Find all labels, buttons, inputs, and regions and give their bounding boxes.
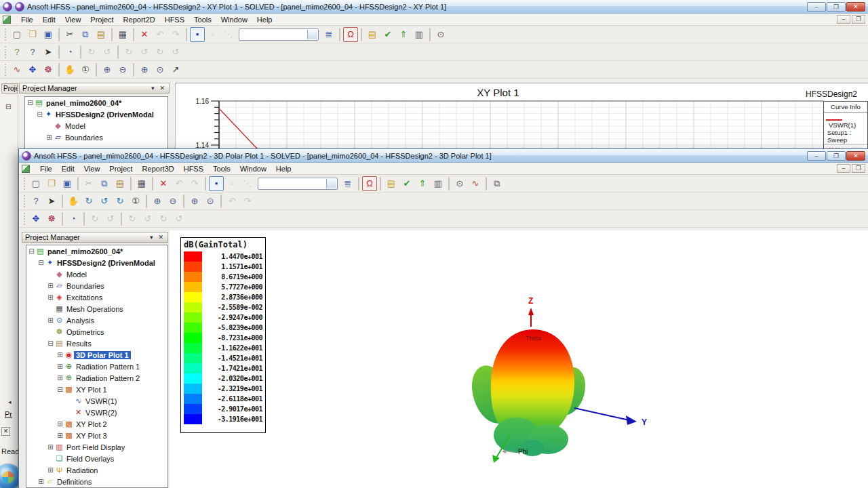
menu-item[interactable]: File (35, 163, 57, 174)
panel-close-icon[interactable]: ✕ (1, 427, 10, 436)
menu-item[interactable]: Report2D (119, 14, 160, 25)
tree-item[interactable]: ⊞ ⊕ Radiation Pattern 2 (56, 372, 167, 384)
titlebar-win2[interactable]: Ansoft HFSS - panel_mimo2600_04 - HFSSDe… (19, 149, 868, 163)
separator[interactable] (448, 177, 450, 190)
anim-icon-4[interactable]: ↺ (140, 211, 155, 226)
separator[interactable] (83, 212, 85, 226)
tree-item[interactable]: ⊞ ▱ Definitions (37, 476, 167, 487)
filter-icon[interactable]: ≣ (321, 27, 336, 42)
child-minimize-button[interactable]: – (837, 15, 850, 24)
grip[interactable] (22, 195, 26, 208)
cut-icon[interactable]: ✂ (81, 176, 96, 191)
separator[interactable] (130, 177, 132, 190)
panel-collapse-icon[interactable]: ▾ (149, 234, 155, 241)
separator[interactable] (486, 177, 487, 190)
rotate-model-icon[interactable]: ↻ (84, 45, 99, 60)
separator[interactable] (205, 177, 206, 190)
separator[interactable] (58, 28, 60, 41)
tree-expander-icon[interactable]: ⊟ (37, 259, 45, 266)
menu-item[interactable]: Tools (208, 163, 235, 174)
progress-tab[interactable]: Pr (5, 410, 12, 418)
menu-item[interactable]: Report3D (138, 163, 179, 174)
tree-item[interactable]: ⊞ ◈ Excitations (47, 291, 167, 303)
menu-item[interactable]: Edit (57, 163, 79, 174)
paste-icon[interactable]: ▤ (113, 176, 127, 191)
tree-item[interactable]: ◆ Model (45, 120, 167, 131)
anim-icon-3[interactable]: ↻ (125, 211, 140, 226)
menu-item[interactable]: HFSS (179, 163, 208, 174)
select-object-icon[interactable]: ▪ (209, 176, 224, 191)
tree-item[interactable]: ▦ Mesh Operations (47, 303, 167, 314)
restore-button[interactable]: ❐ (827, 151, 846, 161)
menu-item[interactable]: Window (216, 14, 252, 25)
separator[interactable] (96, 63, 97, 77)
child-window-icon[interactable] (3, 16, 11, 24)
open-folder-icon[interactable]: ❒ (25, 27, 40, 42)
menu-item[interactable]: Project (85, 14, 118, 25)
separator[interactable] (220, 195, 222, 208)
grip[interactable] (22, 212, 26, 226)
tree-expander-icon[interactable]: ⊞ (47, 466, 54, 474)
redo-view-icon[interactable]: ↷ (240, 194, 255, 209)
grip[interactable] (3, 63, 7, 77)
menu-item[interactable]: View (79, 163, 105, 174)
anim-icon-1[interactable]: ↻ (87, 211, 102, 226)
minimize-button[interactable]: – (807, 151, 826, 161)
separator[interactable] (62, 212, 63, 226)
select-multi-icon[interactable]: ⋱ (240, 176, 255, 191)
zoom-out-icon[interactable]: ⊖ (115, 62, 130, 77)
tree-item[interactable]: ⊟ ▤ panel_mimo2600_04* (28, 245, 167, 257)
select-face-icon[interactable]: ▫ (224, 176, 239, 191)
fit-view-icon[interactable]: ⊙ (153, 62, 167, 77)
search-icon[interactable]: ⊙ (452, 176, 467, 191)
anim-icon-3[interactable]: ↻ (153, 45, 167, 60)
pan-icon[interactable]: ✋ (62, 62, 77, 77)
tree-expander-icon[interactable]: ⊞ (56, 432, 64, 439)
print-icon[interactable]: ▦ (115, 27, 130, 42)
undo-view-icon[interactable]: ↶ (224, 194, 239, 209)
anim-icon-1[interactable]: ↻ (121, 45, 136, 60)
view-orient-icon[interactable]: ◔ (62, 45, 77, 60)
separator[interactable] (133, 63, 134, 77)
redo-icon[interactable]: ↷ (187, 176, 202, 191)
copy-report-icon[interactable]: ⧉ (490, 176, 505, 191)
tree-expander-icon[interactable]: ⊞ (56, 420, 64, 428)
results-icon[interactable]: ▥ (431, 176, 446, 191)
zoom-in-icon[interactable]: ⊕ (150, 194, 165, 209)
tree-expander-icon[interactable]: ⊞ (56, 374, 64, 382)
copy-icon[interactable]: ⧉ (78, 27, 93, 42)
rotate-icon-1[interactable]: ↻ (81, 194, 96, 209)
project-panel-tab[interactable]: Proje (1, 83, 18, 94)
paste-icon[interactable]: ▤ (94, 27, 108, 42)
tree-item[interactable]: ◆ Model (47, 268, 167, 280)
panel-close-icon[interactable]: ✕ (158, 85, 166, 92)
boolean-icon[interactable]: ✥ (25, 62, 40, 77)
copy-icon[interactable]: ⧉ (97, 176, 112, 191)
tree-expander-icon[interactable]: ⊞ (47, 317, 54, 324)
menu-item[interactable]: Project (104, 163, 137, 174)
menu-item[interactable]: Help (252, 14, 277, 25)
tree-expander-icon[interactable]: ⊞ (37, 478, 45, 485)
separator[interactable] (361, 28, 362, 41)
tree-item[interactable]: ⊟ ▤ Results (47, 338, 167, 349)
rotate-model2-icon[interactable]: ↺ (100, 45, 115, 60)
separator[interactable] (77, 177, 79, 190)
rotate-icon-2[interactable]: ↺ (97, 194, 112, 209)
delete-icon[interactable]: ✕ (156, 176, 171, 191)
tree-expander-icon[interactable]: ⊞ (47, 282, 54, 289)
undo-icon[interactable]: ↶ (172, 176, 186, 191)
select-face-icon[interactable]: ▫ (205, 27, 220, 42)
analyze-icon[interactable]: ⇑ (415, 176, 430, 191)
separator[interactable] (58, 63, 60, 77)
tree-item[interactable]: ⊟ ✦ HFSSDesign2 (DrivenModal (36, 108, 167, 120)
grip[interactable] (3, 28, 7, 41)
child-restore-button[interactable]: ❐ (852, 164, 865, 173)
help-icon[interactable]: ? (28, 194, 43, 209)
axis-icon[interactable]: ↗ (168, 62, 183, 77)
separator[interactable] (186, 28, 187, 41)
child-restore-button[interactable]: ❐ (852, 15, 865, 24)
separator[interactable] (358, 177, 359, 190)
tree-item[interactable]: ⊞ ▩ XY Plot 2 (56, 418, 167, 430)
delete-icon[interactable]: ✕ (137, 27, 152, 42)
cut-icon[interactable]: ✂ (62, 27, 77, 42)
